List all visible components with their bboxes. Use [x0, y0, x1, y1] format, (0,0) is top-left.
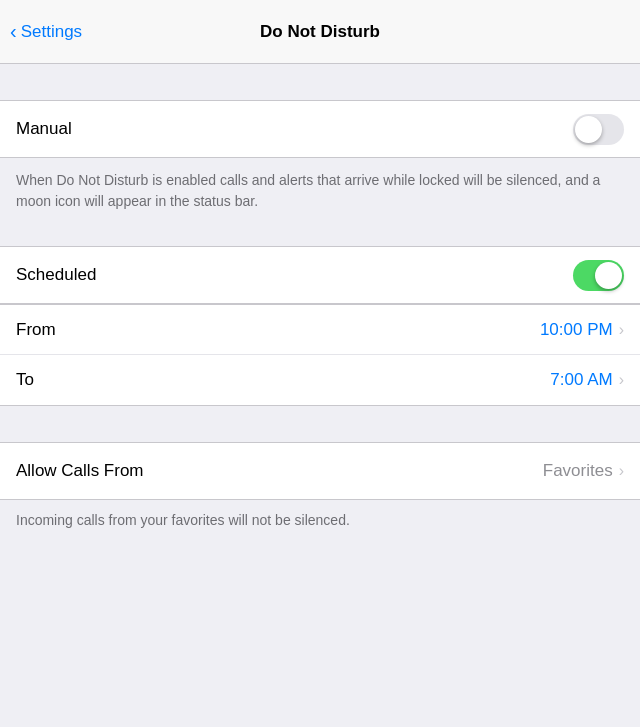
manual-row: Manual — [0, 101, 640, 157]
to-row[interactable]: To 7:00 AM › — [0, 355, 640, 405]
scheduled-section: Scheduled — [0, 246, 640, 304]
manual-section: Manual — [0, 100, 640, 158]
section-gap-3 — [0, 406, 640, 442]
to-value: 7:00 AM — [550, 370, 612, 390]
back-label[interactable]: Settings — [21, 22, 82, 42]
from-row[interactable]: From 10:00 PM › — [0, 305, 640, 355]
from-chevron-icon: › — [619, 321, 624, 339]
chevron-left-icon: ‹ — [10, 20, 17, 43]
allow-calls-chevron-icon: › — [619, 462, 624, 480]
scheduled-row: Scheduled — [0, 247, 640, 303]
to-right: 7:00 AM › — [550, 370, 624, 390]
to-label: To — [16, 370, 34, 390]
from-label: From — [16, 320, 56, 340]
scheduled-toggle-knob — [595, 262, 622, 289]
allow-calls-row[interactable]: Allow Calls From Favorites › — [0, 443, 640, 499]
manual-description-block: When Do Not Disturb is enabled calls and… — [0, 158, 640, 228]
page-title: Do Not Disturb — [260, 22, 380, 42]
from-right: 10:00 PM › — [540, 320, 624, 340]
manual-label: Manual — [16, 119, 72, 139]
allow-calls-label: Allow Calls From — [16, 461, 144, 481]
footer-description-block: Incoming calls from your favorites will … — [0, 500, 640, 547]
navigation-header: ‹ Settings Do Not Disturb — [0, 0, 640, 64]
from-value: 10:00 PM — [540, 320, 613, 340]
manual-toggle[interactable] — [573, 114, 624, 145]
scheduled-label: Scheduled — [16, 265, 96, 285]
scheduled-toggle[interactable] — [573, 260, 624, 291]
allow-calls-right: Favorites › — [543, 461, 624, 481]
from-to-section: From 10:00 PM › To 7:00 AM › — [0, 304, 640, 406]
section-gap-2 — [0, 228, 640, 246]
manual-description-text: When Do Not Disturb is enabled calls and… — [16, 172, 600, 209]
allow-calls-section: Allow Calls From Favorites › — [0, 442, 640, 500]
to-chevron-icon: › — [619, 371, 624, 389]
section-gap-1 — [0, 64, 640, 100]
allow-calls-value: Favorites — [543, 461, 613, 481]
back-button[interactable]: ‹ Settings — [10, 21, 82, 43]
toggle-knob — [575, 116, 602, 143]
footer-text: Incoming calls from your favorites will … — [16, 512, 350, 528]
